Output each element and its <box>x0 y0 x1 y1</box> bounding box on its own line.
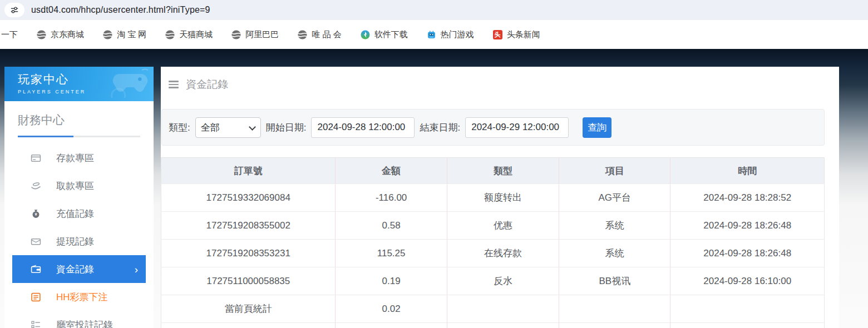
bookmark-item-partial[interactable]: 一下 <box>1 29 18 40</box>
column-header-item: 項目 <box>559 158 670 184</box>
cell-time: 2024-09-28 18:28:52 <box>670 184 825 212</box>
main-header: 資金記錄 <box>161 67 825 102</box>
cell-empty <box>670 323 825 328</box>
cell-time: 2024-09-28 16:10:00 <box>670 267 825 295</box>
main-panel: 資金記錄 類型: 全部 開始日期: 結束日期: 查詢 訂單號 金額 <box>161 67 839 328</box>
bookmark-item-taobao[interactable]: 淘 宝 网 <box>103 29 146 40</box>
money-bag-icon: ¥ <box>31 208 41 219</box>
search-button[interactable]: 查詢 <box>583 117 611 138</box>
sidebar: 玩家中心 PLAYERS CENTER 財務中心 存款專區 取款專區 <box>4 67 154 328</box>
sidebar-item-withdraw-zone[interactable]: 取款專區 <box>12 172 146 200</box>
chevron-right-icon: › <box>135 264 138 275</box>
cell-empty <box>447 323 559 328</box>
sidebar-item-label: 存款專區 <box>56 152 94 165</box>
table-row: 1727519208355002 0.58 优惠 系统 2024-09-28 1… <box>161 212 825 240</box>
hamburger-menu-icon[interactable] <box>169 79 179 90</box>
page-background: 玩家中心 PLAYERS CENTER 財務中心 存款專區 取款專區 <box>0 49 868 328</box>
wallet-icon <box>31 264 41 275</box>
cell-order-no: 1727511000058835 <box>161 267 336 295</box>
bookmark-label: 京东商城 <box>51 29 84 40</box>
room-list-icon <box>31 320 41 328</box>
column-header-time: 時間 <box>670 158 825 184</box>
bookmark-item-jd[interactable]: 京东商城 <box>37 29 84 40</box>
sidebar-header: 玩家中心 PLAYERS CENTER <box>4 67 154 101</box>
cell-empty <box>670 295 825 323</box>
cell-item: AG平台 <box>559 184 670 212</box>
bookmark-item-software[interactable]: 软件下载 <box>361 29 408 40</box>
table-row-partial <box>161 323 825 328</box>
globe-icon <box>298 30 307 39</box>
start-date-label: 開始日期: <box>266 121 307 134</box>
sidebar-item-label: 取款專區 <box>56 180 94 192</box>
cell-time: 2024-09-28 18:26:48 <box>670 240 825 267</box>
cell-time: 2024-09-28 18:26:48 <box>670 212 825 240</box>
url-text[interactable]: usdt04.com/hhcp/usercenter.html?iniType=… <box>31 5 210 15</box>
filter-bar: 類型: 全部 開始日期: 結束日期: 查詢 <box>161 109 825 146</box>
sidebar-item-label: 提現記錄 <box>56 235 94 248</box>
cell-order-no: 1727519208355002 <box>161 212 336 240</box>
globe-icon <box>165 30 175 39</box>
cell-type: 额度转出 <box>447 184 559 212</box>
type-filter-label: 類型: <box>169 121 190 134</box>
bookmark-item-vip[interactable]: 唯 品 会 <box>298 29 341 40</box>
envelope-money-icon <box>31 236 41 247</box>
cell-empty <box>559 295 670 323</box>
hand-money-icon <box>31 181 41 191</box>
bookmark-label: 阿里巴巴 <box>245 29 279 40</box>
end-date-input[interactable] <box>465 117 569 138</box>
finance-center-title: 財務中心 <box>18 112 140 128</box>
cell-amount: 0.19 <box>336 267 447 295</box>
globe-icon <box>231 30 241 39</box>
browser-address-bar[interactable]: usdt04.com/hhcp/usercenter.html?iniType=… <box>0 0 868 20</box>
finance-center-underline <box>18 136 140 137</box>
bookmark-label: 淘 宝 网 <box>117 29 146 40</box>
cell-empty <box>559 323 670 328</box>
hot-games-icon <box>427 30 436 39</box>
column-header-amount: 金額 <box>336 158 447 184</box>
column-header-order-no: 訂單號 <box>161 158 336 184</box>
cell-item: 系统 <box>559 240 670 267</box>
cell-empty <box>336 323 447 328</box>
sidebar-item-room-bet-records[interactable]: 廳室投註記錄 <box>12 311 146 328</box>
cell-amount: 115.25 <box>336 240 447 267</box>
gamepad-decoration-icon <box>108 68 152 98</box>
cell-type: 在线存款 <box>447 240 559 267</box>
cell-item: 系统 <box>559 212 670 240</box>
globe-icon <box>103 30 112 39</box>
cell-summary-amount: 0.02 <box>336 295 447 323</box>
funds-records-table: 訂單號 金額 類型 項目 時間 1727519332069084 -116.00… <box>161 157 825 328</box>
bookmark-item-tmall[interactable]: 天猫商城 <box>165 29 213 40</box>
bookmark-label: 一下 <box>1 29 18 40</box>
bookmark-item-toutiao[interactable]: 头 头条新闻 <box>493 29 540 40</box>
cell-empty <box>161 323 336 328</box>
table-row: 1727511000058835 0.19 反水 BB视讯 2024-09-28… <box>161 267 825 295</box>
sidebar-item-recharge-records[interactable]: ¥ 充值記錄 <box>12 200 146 227</box>
sidebar-item-funds-records[interactable]: 資金記錄 › <box>12 255 146 283</box>
cell-item: BB视讯 <box>559 267 670 295</box>
start-date-input[interactable] <box>311 117 415 138</box>
table-row: 1727519332069084 -116.00 额度转出 AG平台 2024-… <box>161 184 825 212</box>
sidebar-item-label: 資金記錄 <box>56 263 94 276</box>
bookmarks-bar: 一下 京东商城 淘 宝 网 天猫商城 阿里巴巴 唯 品 会 软件下载 <box>0 20 868 49</box>
deposit-card-icon <box>31 153 41 163</box>
cell-order-no: 1727519332069084 <box>161 184 336 212</box>
sidebar-item-label: 充值記錄 <box>56 207 94 220</box>
table-row-page-summary: 當前頁統計 0.02 <box>161 295 825 323</box>
sidebar-item-deposit-zone[interactable]: 存款專區 <box>12 144 146 172</box>
cell-amount: 0.58 <box>336 212 447 240</box>
table-header-row: 訂單號 金額 類型 項目 時間 <box>161 158 825 184</box>
bookmark-item-games[interactable]: 热门游戏 <box>427 29 474 40</box>
type-select[interactable]: 全部 <box>195 117 261 138</box>
table-row: 1727519208353231 115.25 在线存款 系统 2024-09-… <box>161 240 825 267</box>
site-permissions-chip[interactable] <box>4 3 24 17</box>
type-select-wrapper: 全部 <box>195 117 261 138</box>
sidebar-item-hh-lottery-bets[interactable]: HH彩票下注 <box>12 283 146 311</box>
bookmark-label: 头条新闻 <box>507 29 540 40</box>
globe-icon <box>37 30 46 39</box>
cell-amount: -116.00 <box>336 184 447 212</box>
cell-empty <box>447 295 559 323</box>
sidebar-item-withdrawal-records[interactable]: 提現記錄 <box>12 227 146 255</box>
page-title: 資金記錄 <box>186 77 228 92</box>
bookmark-item-alibaba[interactable]: 阿里巴巴 <box>231 29 279 40</box>
finance-center-section: 財務中心 <box>4 101 154 137</box>
